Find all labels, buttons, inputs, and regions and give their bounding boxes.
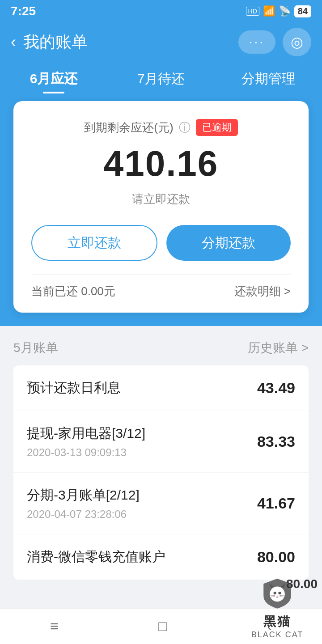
item-appliance-date: 2020-03-13 09:09:13: [27, 446, 257, 459]
watermark-sub-brand: BLACK CAT: [251, 630, 304, 640]
card-footer: 当前已还 0.00元 还款明细 >: [31, 274, 291, 299]
amount-display: 410.16: [31, 143, 291, 184]
item-interest-info: 预计还款日利息: [27, 379, 257, 397]
tab-june-label: 6月应还: [30, 70, 78, 88]
item-installment-amount: 41.67: [257, 495, 295, 512]
page-title: 我的账单: [23, 31, 88, 53]
tab-july-label: 7月待还: [137, 70, 185, 88]
item-installment-info: 分期-3月账单[2/12] 2020-04-07 23:28:06: [27, 486, 257, 521]
tabs-bar: 6月应还 7月待还 分期管理: [0, 62, 322, 101]
item-appliance-amount: 83.33: [257, 433, 295, 450]
content-area: 5月账单 历史账单 > 预计还款日利息 43.49 提现-家用电器[3/12] …: [0, 326, 322, 593]
battery-level: 84: [294, 5, 311, 17]
card-subtitle: 请立即还款: [31, 191, 291, 207]
svg-point-0: [270, 587, 285, 602]
header-left: ‹ 我的账单: [11, 31, 88, 53]
status-icons: HD 📶 📡 84: [246, 5, 311, 17]
hd-badge: HD: [246, 7, 259, 16]
nav-home-icon[interactable]: □: [158, 618, 167, 635]
item-wechat-info: 消费-微信零钱充值账户: [27, 548, 257, 566]
installment-pay-button[interactable]: 分期还款: [166, 225, 291, 261]
tab-july[interactable]: 7月待还: [107, 66, 215, 88]
watermark-amount: 80.00: [286, 577, 318, 591]
info-icon[interactable]: ⓘ: [179, 120, 191, 136]
item-appliance-info: 提现-家用电器[3/12] 2020-03-13 09:09:13: [27, 424, 257, 459]
scan-button[interactable]: ◎: [283, 28, 311, 56]
dots-icon: ···: [249, 35, 265, 49]
header: ‹ 我的账单 ··· ◎: [0, 22, 322, 62]
tab-active-indicator: [43, 92, 64, 93]
detail-link[interactable]: 还款明细 >: [234, 284, 291, 299]
item-wechat-title: 消费-微信零钱充值账户: [27, 548, 257, 566]
nav-menu-icon[interactable]: ≡: [50, 618, 59, 635]
transaction-list: 预计还款日利息 43.49 提现-家用电器[3/12] 2020-03-13 0…: [13, 365, 309, 580]
wifi-icon: 📡: [279, 5, 291, 17]
scan-icon: ◎: [291, 34, 303, 51]
tab-installment[interactable]: 分期管理: [215, 66, 322, 88]
item-interest-amount: 43.49: [257, 379, 295, 397]
item-interest-title: 预计还款日利息: [27, 379, 257, 397]
card-header-row: 到期剩余应还(元) ⓘ 已逾期: [31, 119, 291, 136]
card-container: 到期剩余应还(元) ⓘ 已逾期 410.16 请立即还款 立即还款 分期还款 当…: [0, 101, 322, 326]
svg-point-4: [278, 592, 281, 594]
item-installment-date: 2020-04-07 23:28:06: [27, 508, 257, 521]
signal-icon: 📶: [263, 5, 275, 17]
status-time: 7:25: [11, 4, 36, 18]
back-button[interactable]: ‹: [11, 33, 16, 51]
watermark-brand: 黑猫: [263, 613, 291, 630]
list-item[interactable]: 提现-家用电器[3/12] 2020-03-13 09:09:13 83.33: [13, 411, 309, 473]
overdue-badge: 已逾期: [196, 119, 238, 136]
tab-installment-label: 分期管理: [242, 70, 295, 88]
status-bar: 7:25 HD 📶 📡 84: [0, 0, 322, 22]
already-paid-text: 当前已还 0.00元: [31, 284, 115, 299]
more-button[interactable]: ···: [238, 30, 275, 54]
history-link[interactable]: 历史账单 >: [248, 339, 309, 356]
item-installment-title: 分期-3月账单[2/12]: [27, 486, 257, 504]
header-right: ··· ◎: [238, 28, 311, 56]
list-item[interactable]: 预计还款日利息 43.49: [13, 365, 309, 411]
card-header-label: 到期剩余应还(元): [84, 120, 173, 136]
item-wechat-amount: 80.00: [257, 548, 295, 566]
card-buttons: 立即还款 分期还款: [31, 225, 291, 261]
main-card: 到期剩余应还(元) ⓘ 已逾期 410.16 请立即还款 立即还款 分期还款 当…: [13, 101, 309, 313]
svg-point-3: [274, 592, 276, 594]
watermark-overlay: 80.00 黑猫 BLACK CAT: [233, 572, 322, 644]
list-item[interactable]: 分期-3月账单[2/12] 2020-04-07 23:28:06 41.67: [13, 473, 309, 534]
section-header: 5月账单 历史账单 >: [13, 339, 309, 356]
tab-june[interactable]: 6月应还: [0, 66, 107, 93]
section-title: 5月账单: [13, 339, 58, 356]
immediate-pay-button[interactable]: 立即还款: [31, 225, 157, 261]
item-appliance-title: 提现-家用电器[3/12]: [27, 424, 257, 443]
